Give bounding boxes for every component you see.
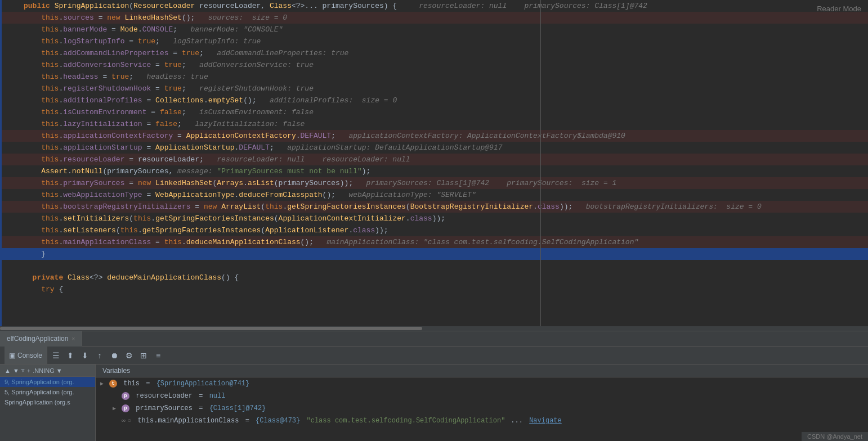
record-btn[interactable]: ⏺ <box>108 349 120 362</box>
var-type-icon: p <box>122 392 129 400</box>
console-icon: ▣ <box>9 352 15 359</box>
code-line-17: this.webApplicationType = WebApplication… <box>0 189 868 201</box>
tab-label: elfCodingApplication <box>7 335 68 343</box>
var-row-primarysources[interactable]: ▶ p primarySources = {Class[1]@742} <box>96 402 868 415</box>
line-content: public SpringApplication(ResourceLoader … <box>19 2 868 10</box>
var-value: null <box>209 392 226 400</box>
expand-icon <box>113 393 119 399</box>
code-line-20: this.setListeners(this.getSpringFactorie… <box>0 224 868 236</box>
line-content: this.applicationStartup = ApplicationSta… <box>19 143 868 152</box>
code-line-10: this.isCustomEnvironment = false; isCust… <box>0 106 868 118</box>
code-line-9: this.additionalProfiles = Collections.em… <box>0 94 868 106</box>
code-line-11: this.lazyInitialization = false; lazyIni… <box>0 118 868 130</box>
horizontal-scrollbar[interactable] <box>0 326 868 331</box>
console-label-text: Console <box>17 352 42 359</box>
var-value: {SpringApplication@741} <box>156 380 250 388</box>
var-type-icon: p <box>122 404 129 412</box>
code-line-16: this.primarySources = new LinkedHashSet(… <box>0 177 868 189</box>
status-text: CSDN @Andya_net <box>807 433 862 440</box>
reader-mode-label[interactable]: Reader Mode <box>817 4 861 13</box>
debug-item-3[interactable]: SpringApplication (org.s <box>0 397 95 407</box>
line-content: this.applicationContextFactory = Applica… <box>19 132 868 140</box>
code-line-15: Assert.notNull(primarySources, message: … <box>0 165 868 177</box>
code-line-3: this.bannerMode = Mode.CONSOLE; bannerMo… <box>0 24 868 35</box>
var-name: primarySources <box>132 404 193 412</box>
var-row-resourceloader[interactable]: p resourceLoader = null <box>96 390 868 402</box>
export-btn[interactable]: ↑ <box>93 349 106 362</box>
line-content: this.mainApplicationClass = this.deduceM… <box>19 238 868 246</box>
var-equals: = <box>195 392 207 400</box>
thread-list: ▲ ▼ ▿ + .NNING ▼ 9, SpringApplication (o… <box>0 364 96 441</box>
line-content: this.webApplicationType = WebApplication… <box>19 191 868 199</box>
code-line-22: } <box>0 248 868 260</box>
code-line-18: this.bootstrapRegistryInitializers = new… <box>0 201 868 213</box>
code-line-8: this.registerShutdownHook = true; regist… <box>0 83 868 94</box>
line-content: this.registerShutdownHook = true; regist… <box>19 84 868 93</box>
code-line-25: try { <box>0 284 868 295</box>
var-value-ref: {Class@473} <box>256 417 304 425</box>
var-row-this[interactable]: ▶ t this = {SpringApplication@741} <box>96 377 868 390</box>
line-content: try { <box>19 285 868 294</box>
var-type-icon: t <box>109 380 117 388</box>
code-line-24: private Class<?> deduceMainApplicationCl… <box>0 272 868 284</box>
expand-icon[interactable]: ▶ <box>100 380 107 387</box>
var-name: this <box>119 380 140 388</box>
var-name: resourceLoader <box>132 392 193 400</box>
vertical-divider <box>540 0 541 326</box>
settings-btn[interactable]: ⚙ <box>123 349 135 362</box>
tab-selfcoding[interactable]: elfCodingApplication × <box>0 331 82 346</box>
code-editor: public SpringApplication(ResourceLoader … <box>0 0 868 326</box>
line-content: this.resourceLoader = resourceLoader; re… <box>19 155 868 164</box>
list-btn[interactable]: ≡ <box>152 349 164 362</box>
link-icon: ○ <box>128 417 132 424</box>
line-content: } <box>19 250 868 258</box>
ellipsis: ... <box>511 417 527 425</box>
arrow-down-icon: ▼ <box>13 367 19 374</box>
format-btn[interactable]: ☰ <box>50 349 62 362</box>
line-content: this.lazyInitialization = false; lazyIni… <box>19 120 868 128</box>
code-line-19: this.setInitializers(this.getSpringFacto… <box>0 213 868 224</box>
debug-dropdown[interactable]: ▲ ▼ ▿ + .NNING ▼ <box>0 364 95 377</box>
code-line-14: this.resourceLoader = resourceLoader; re… <box>0 154 868 165</box>
debug-item-text: SpringApplication (org.s <box>5 399 70 406</box>
line-content: private Class<?> deduceMainApplicationCl… <box>19 273 868 282</box>
debug-item-text: 5, SpringApplication (org. <box>5 389 74 395</box>
var-row-mainapplicationclass[interactable]: ∞ ○ this.mainApplicationClass = {Class@4… <box>96 415 868 427</box>
line-content: this.bannerMode = Mode.CONSOLE; bannerMo… <box>19 25 868 34</box>
line-content: this.headless = true; headless: true <box>19 73 868 81</box>
line-content: this.logStartupInfo = true; logStartupIn… <box>19 37 868 46</box>
debug-toolbar: ▣ Console ☰ ⬆ ⬇ ↑ ⏺ ⚙ ⊞ ≡ <box>0 346 868 364</box>
line-content: Assert.notNull(primarySources, message: … <box>19 167 868 176</box>
expand-icon <box>113 418 119 424</box>
grid-btn[interactable]: ⊞ <box>137 349 150 362</box>
variables-header: Variables <box>96 364 868 377</box>
up-btn[interactable]: ⬆ <box>64 349 77 362</box>
code-line-2: this.sources = new LinkedHashSet(); sour… <box>0 12 868 24</box>
var-value: {Class[1]@742} <box>209 404 266 412</box>
expand-icon[interactable]: ▶ <box>113 405 119 412</box>
var-equals: = <box>195 404 207 412</box>
debug-item-1[interactable]: 9, SpringApplication (org. <box>0 377 95 387</box>
code-line-13: this.applicationStartup = ApplicationSta… <box>0 142 868 154</box>
debug-item-text: 9, SpringApplication (org. <box>5 379 74 385</box>
scrollbar-thumb[interactable] <box>0 327 422 330</box>
status-bar: CSDN @Andya_net <box>802 432 868 441</box>
line-content: this.primarySources = new LinkedHashSet(… <box>19 179 868 187</box>
variables-panel: Variables ▶ t this = {SpringApplication@… <box>96 364 868 441</box>
line-content: this.setInitializers(this.getSpringFacto… <box>19 214 868 223</box>
debug-item-2[interactable]: 5, SpringApplication (org. <box>0 387 95 397</box>
tab-close-button[interactable]: × <box>71 336 75 342</box>
line-content: this.setListeners(this.getSpringFactorie… <box>19 226 868 235</box>
console-section: ▣ Console <box>5 346 47 364</box>
running-label: .NNING ▼ <box>33 367 62 374</box>
navigate-link[interactable]: Navigate <box>529 417 562 425</box>
code-line-6: this.addConversionService = true; addCon… <box>0 59 868 71</box>
line-content: this.addConversionService = true; addCon… <box>19 61 868 69</box>
line-content: this.additionalProfiles = Collections.em… <box>19 96 868 105</box>
var-value-str: "class com.test.selfcoding.SelfCodingApp… <box>306 417 505 425</box>
filter-icon: ▿ <box>21 367 25 374</box>
code-line-4: this.logStartupInfo = true; logStartupIn… <box>0 35 868 47</box>
down-btn[interactable]: ⬇ <box>79 349 91 362</box>
bottom-panel: ▲ ▼ ▿ + .NNING ▼ 9, SpringApplication (o… <box>0 364 868 441</box>
infinity-icon: ∞ <box>122 417 126 424</box>
